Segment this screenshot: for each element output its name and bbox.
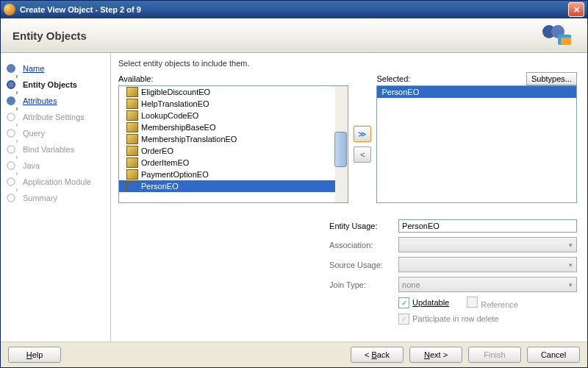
cancel-button[interactable]: Cancel xyxy=(527,347,580,363)
step-dot-icon xyxy=(7,80,15,89)
entity-object-icon xyxy=(126,181,138,191)
list-item[interactable]: OrderEO xyxy=(119,145,348,157)
step-label[interactable]: Attributes xyxy=(23,96,57,105)
step-application-module: Application Module xyxy=(7,174,110,190)
step-dot-icon xyxy=(7,113,15,121)
step-label: Bind Variables xyxy=(23,145,74,154)
step-label[interactable]: Name xyxy=(23,64,44,73)
entity-object-icon xyxy=(126,134,138,144)
titlebar: Create View Object - Step 2 of 9 ✕ xyxy=(1,1,587,18)
finish-button: Finish xyxy=(468,347,521,363)
list-item-label: EligibleDiscountEO xyxy=(141,88,210,96)
chevron-left-icon: < xyxy=(360,150,365,159)
shuttle-container: Available: EligibleDiscountEOHelpTransla… xyxy=(118,72,577,203)
help-button[interactable]: Help xyxy=(8,347,61,363)
source-usage-combo xyxy=(398,257,577,272)
available-label: Available: xyxy=(118,74,154,83)
step-list: NameEntity ObjectsAttributesAttribute Se… xyxy=(1,53,111,342)
step-label: Application Module xyxy=(23,177,91,186)
association-label: Association: xyxy=(329,241,392,250)
step-label: Java xyxy=(23,161,40,170)
close-icon[interactable]: ✕ xyxy=(568,2,584,17)
join-type-combo: none xyxy=(398,277,577,292)
entity-usage-form: Entity Usage: Association: Source Usage:… xyxy=(329,219,577,325)
available-listbox[interactable]: EligibleDiscountEOHelpTranslationEOLooku… xyxy=(118,85,348,203)
shuttle-buttons: ≫ < xyxy=(353,85,372,203)
app-icon xyxy=(4,4,15,15)
association-combo xyxy=(398,237,577,252)
step-label: Attribute Settings xyxy=(23,113,85,121)
list-item[interactable]: PersonEO xyxy=(377,86,576,98)
list-item-label: LookupCodeEO xyxy=(141,111,198,120)
step-label: Entity Objects xyxy=(23,80,77,89)
entity-object-icon xyxy=(126,158,138,168)
step-dot-icon xyxy=(7,194,15,202)
entity-object-icon xyxy=(126,87,138,97)
wizard-header: Entity Objects xyxy=(1,18,587,53)
step-bind-variables: Bind Variables xyxy=(7,141,110,158)
remove-button[interactable]: < xyxy=(354,146,371,163)
step-dot-icon xyxy=(7,96,15,105)
source-usage-label: Source Usage: xyxy=(329,261,392,269)
step-dot-icon xyxy=(7,145,15,154)
step-name[interactable]: Name xyxy=(7,60,110,77)
list-item[interactable]: PaymentOptionEO xyxy=(119,169,348,180)
list-item[interactable]: LookupCodeEO xyxy=(119,110,348,121)
step-entity-objects: Entity Objects xyxy=(7,77,110,93)
list-item[interactable]: MembershipTranslationEO xyxy=(119,133,348,145)
entity-object-icon xyxy=(126,110,138,121)
entity-object-icon xyxy=(126,122,138,132)
reference-checkbox: Reference xyxy=(467,297,518,309)
participate-checkbox: ✓Participate in row delete xyxy=(398,314,498,325)
step-label: Query xyxy=(23,129,45,138)
list-item-label: PersonEO xyxy=(381,88,419,96)
back-button[interactable]: < Back xyxy=(351,347,404,363)
list-item-label: MembershipBaseEO xyxy=(141,123,216,132)
entity-usage-label: Entity Usage: xyxy=(329,222,392,230)
join-type-label: Join Type: xyxy=(329,280,392,289)
list-item[interactable]: EligibleDiscountEO xyxy=(119,86,348,98)
chevron-right-icon: ≫ xyxy=(358,130,367,139)
entity-usage-field[interactable] xyxy=(398,219,577,233)
entity-object-icon xyxy=(126,146,138,156)
main-panel: Select entity objects to include them. A… xyxy=(111,53,587,342)
list-item[interactable]: MembershipBaseEO xyxy=(119,121,348,133)
wizard-banner-icon xyxy=(539,21,574,48)
svg-rect-3 xyxy=(561,38,571,45)
wizard-footer: Help < Back Next > Finish Cancel xyxy=(1,342,587,367)
list-item-label: PersonEO xyxy=(141,182,179,191)
list-item-label: OrderItemEO xyxy=(141,158,189,167)
scrollbar-thumb[interactable] xyxy=(334,132,347,167)
step-attribute-settings: Attribute Settings xyxy=(7,109,110,125)
list-item-label: PaymentOptionEO xyxy=(141,170,209,179)
list-item-label: HelpTranslationEO xyxy=(141,99,209,108)
next-button[interactable]: Next > xyxy=(409,347,462,363)
selected-label: Selected: xyxy=(376,74,410,83)
available-panel: Available: EligibleDiscountEOHelpTransla… xyxy=(118,72,348,203)
list-item-label: MembershipTranslationEO xyxy=(141,135,237,144)
list-item[interactable]: OrderItemEO xyxy=(119,157,348,169)
list-item-label: OrderEO xyxy=(141,146,173,155)
step-label: Summary xyxy=(23,194,57,202)
step-query: Query xyxy=(7,125,110,141)
wizard-window: Create View Object - Step 2 of 9 ✕ Entit… xyxy=(0,0,588,368)
step-dot-icon xyxy=(7,64,15,73)
step-java: Java xyxy=(7,158,110,174)
add-button[interactable]: ≫ xyxy=(354,126,371,142)
wizard-body: NameEntity ObjectsAttributesAttribute Se… xyxy=(1,53,587,342)
step-summary: Summary xyxy=(7,190,110,206)
entity-object-icon xyxy=(126,99,138,109)
page-title: Entity Objects xyxy=(12,29,87,42)
window-title: Create View Object - Step 2 of 9 xyxy=(20,5,568,14)
instruction-text: Select entity objects to include them. xyxy=(118,59,577,68)
list-item[interactable]: HelpTranslationEO xyxy=(119,98,348,110)
step-dot-icon xyxy=(7,129,15,138)
step-attributes[interactable]: Attributes xyxy=(7,93,110,109)
step-dot-icon xyxy=(7,161,15,170)
selected-listbox[interactable]: PersonEO xyxy=(376,85,577,203)
entity-object-icon xyxy=(126,169,138,180)
selected-panel: Selected: Subtypes... PersonEO xyxy=(376,72,577,203)
updatable-checkbox[interactable]: ✓Updatable xyxy=(398,297,449,308)
subtypes-button[interactable]: Subtypes... xyxy=(526,72,577,85)
list-item[interactable]: PersonEO xyxy=(119,180,348,192)
